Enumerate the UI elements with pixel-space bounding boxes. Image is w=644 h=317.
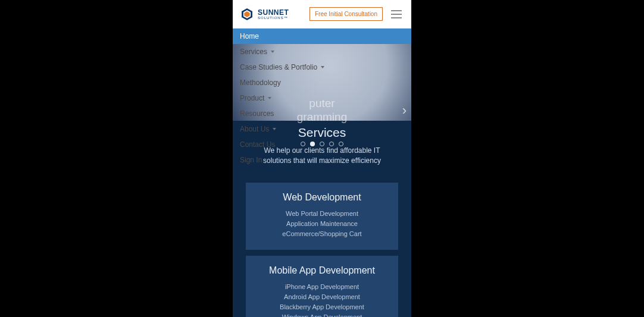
- chevron-down-icon: [271, 51, 274, 53]
- nav-item-contact-us[interactable]: Contact Us: [233, 137, 411, 152]
- chevron-down-icon: [268, 97, 271, 99]
- nav-item-label: Sign In: [240, 156, 262, 164]
- nav-item-sign-in[interactable]: Sign In: [233, 152, 411, 168]
- nav-item-label: Services: [240, 48, 267, 56]
- cta-button[interactable]: Free Initial Consultation: [310, 7, 383, 21]
- nav-item-case-studies-portfolio[interactable]: Case Studies & Portfolio: [233, 59, 411, 75]
- nav-item-label: About Us: [240, 125, 269, 133]
- nav-menu: HomeServicesCase Studies & PortfolioMeth…: [233, 29, 411, 168]
- logo-text: SUNNET SOLUTIONS™: [258, 9, 289, 20]
- hamburger-icon[interactable]: [389, 8, 404, 21]
- nav-item-label: Contact Us: [240, 140, 275, 149]
- chevron-down-icon: [273, 128, 276, 130]
- card-title: Web Development: [253, 192, 391, 203]
- card-item[interactable]: Android App Development: [253, 292, 391, 302]
- nav-item-label: Home: [240, 32, 259, 40]
- service-card: Web DevelopmentWeb Portal DevelopmentApp…: [246, 183, 398, 250]
- nav-item-home[interactable]: Home: [233, 29, 411, 44]
- nav-item-resources[interactable]: Resources: [233, 106, 411, 121]
- app-viewport: SUNNET SOLUTIONS™ Free Initial Consultat…: [233, 0, 411, 317]
- logo[interactable]: SUNNET SOLUTIONS™: [240, 7, 289, 21]
- nav-item-methodology[interactable]: Methodology: [233, 75, 411, 90]
- card-item[interactable]: Web Portal Development: [253, 209, 391, 219]
- logo-sub: SOLUTIONS™: [258, 16, 289, 20]
- card-item[interactable]: eCommerce/Shopping Cart: [253, 229, 391, 239]
- card-item[interactable]: Windows App Development: [253, 312, 391, 317]
- header: SUNNET SOLUTIONS™ Free Initial Consultat…: [233, 0, 411, 29]
- nav-item-label: Case Studies & Portfolio: [240, 63, 317, 71]
- nav-item-about-us[interactable]: About Us: [233, 121, 411, 137]
- card-item[interactable]: Application Maintenance: [253, 219, 391, 229]
- service-card: Mobile App DevelopmentiPhone App Develop…: [246, 256, 398, 317]
- nav-item-product[interactable]: Product: [233, 90, 411, 106]
- header-right: Free Initial Consultation: [310, 7, 404, 21]
- card-title: Mobile App Development: [253, 265, 391, 276]
- logo-main: SUNNET: [258, 9, 289, 16]
- nav-item-label: Methodology: [240, 79, 281, 87]
- logo-icon: [240, 7, 254, 21]
- chevron-down-icon: [321, 66, 324, 68]
- card-item[interactable]: iPhone App Development: [253, 282, 391, 292]
- card-item[interactable]: Blackberry App Development: [253, 302, 391, 312]
- nav-item-label: Resources: [240, 109, 274, 118]
- nav-item-label: Product: [240, 94, 264, 102]
- nav-item-services[interactable]: Services: [233, 44, 411, 59]
- services-cards: Web DevelopmentWeb Portal DevelopmentApp…: [233, 183, 411, 317]
